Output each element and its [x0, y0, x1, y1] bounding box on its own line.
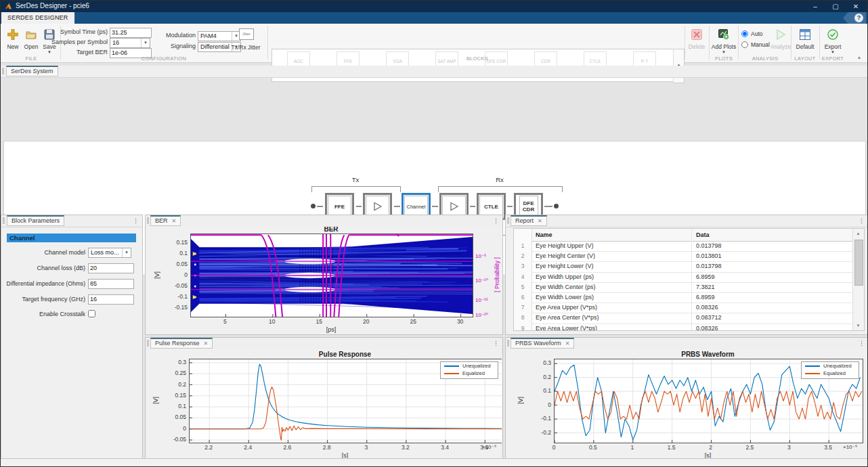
wire: [544, 206, 552, 207]
table-row[interactable]: 1Eye Height Upper (V)0.013798: [514, 241, 854, 252]
legend-entry: Unequalized: [802, 362, 859, 370]
enable-crosstalk-checkbox[interactable]: [88, 310, 95, 317]
configuration-section-label: CONFIGURATION: [62, 55, 266, 62]
close-tab-icon[interactable]: ✕: [204, 340, 209, 347]
x-tick-label: 3.2: [394, 444, 417, 451]
tab-serdes-system[interactable]: SerDes System: [6, 66, 58, 76]
default-layout-button[interactable]: Default: [793, 29, 817, 49]
differential-impedance-input[interactable]: [88, 279, 134, 289]
symbol-time-input[interactable]: [110, 28, 152, 38]
y-tick-label: 0.25: [163, 370, 186, 376]
tab-ber[interactable]: BER✕: [150, 215, 181, 226]
column-header-data[interactable]: Data: [692, 229, 854, 241]
legend-entry: Equalized: [441, 370, 498, 377]
manual-radio[interactable]: Manual: [741, 41, 774, 51]
tab-pulse-response[interactable]: Pulse Response✕: [150, 338, 213, 349]
row-name-cell: Eye Area Center (V*ps): [531, 313, 692, 323]
column-header-name[interactable]: Name: [531, 229, 692, 241]
open-button[interactable]: Open: [22, 29, 40, 49]
prbs-waveform-chart: PRBS Waveform00.511.522.533.50.30.20.10-…: [506, 349, 867, 458]
ber-chart: BER510152025300.150.10.050-0.05-0.1-0.15…: [146, 227, 502, 334]
row-number: 5: [514, 282, 532, 292]
table-row[interactable]: 8Eye Area Center (V*ps)0.083712: [514, 313, 854, 324]
table-row[interactable]: 5Eye Width Center (ps)7.3821: [514, 282, 854, 293]
add-plots-caret[interactable]: ▼: [711, 50, 737, 54]
export-caret[interactable]: ▼: [821, 50, 844, 54]
panel-grip[interactable]: [2, 68, 4, 74]
samples-per-symbol-dropdown[interactable]: 16▼: [110, 38, 150, 48]
y-tick-label: 0.1: [163, 403, 186, 409]
target-frequency-label: Target frequency (GHz): [1, 294, 85, 305]
help-button[interactable]: ?: [854, 14, 863, 22]
panel-grip[interactable]: [507, 217, 509, 224]
scroll-down-icon[interactable]: ▼: [853, 321, 863, 330]
y-tick-label: -0.2: [528, 429, 551, 436]
scrollbar-thumb[interactable]: [854, 240, 863, 286]
close-tab-icon[interactable]: ✕: [538, 218, 542, 224]
channel-model-dropdown[interactable]: Loss mo...▼: [88, 248, 131, 258]
panel-grip[interactable]: [507, 340, 509, 347]
ber-panel: BER✕ ⋮ BER510152025300.150.10.050-0.05-0…: [145, 215, 503, 335]
table-row[interactable]: 6Eye Width Lower (ps)6.8959: [514, 292, 854, 303]
row-number: 2: [514, 251, 532, 261]
wire: [470, 206, 475, 207]
table-row[interactable]: 4Eye Width Upper (ps)6.8959: [514, 272, 854, 283]
row-number: 4: [514, 272, 532, 282]
x-axis-label: [s]: [554, 452, 862, 458]
x-tick-label: 10: [261, 318, 284, 325]
export-button[interactable]: Export ▼: [821, 29, 844, 56]
collapse-ribbon-icon[interactable]: ▲: [855, 55, 863, 60]
wire: [356, 206, 362, 207]
ber-tabrow: BER✕ ⋮: [146, 215, 502, 227]
table-row[interactable]: 9Eye Area Lower (V*ps)0.08326: [514, 324, 854, 331]
table-row[interactable]: 7Eye Area Upper (V*ps)0.08326: [514, 303, 854, 313]
new-button[interactable]: New: [5, 29, 21, 49]
row-name-cell: Eye Width Upper (ps): [531, 272, 692, 282]
pulse-response-panel: Pulse Response✕ ⋮ Pulse Response2.22.42.…: [145, 337, 503, 460]
table-row[interactable]: 3Eye Height Lower (V)0.013798: [514, 261, 854, 272]
tab-block-parameters[interactable]: Block Parameters: [7, 215, 64, 226]
probability-axis-label: [ Probability ]: [494, 234, 501, 316]
channel-loss-input[interactable]: [88, 263, 134, 273]
tx-rx-jitter-button[interactable]: Jitter Tx/Rx Jitter: [228, 28, 263, 56]
y-tick-label: 0.2: [163, 381, 186, 388]
y-tick-label: -0.15: [165, 304, 188, 311]
panel-menu-kebab-icon[interactable]: ⋮: [859, 339, 864, 348]
panel-grip[interactable]: [147, 217, 149, 224]
y-tick-label: 0.05: [163, 414, 186, 420]
panel-menu-kebab-icon[interactable]: ⋮: [493, 339, 498, 348]
close-tab-icon[interactable]: ✕: [565, 340, 570, 347]
table-row[interactable]: 2Eye Height Center (V)0.013801: [514, 251, 854, 262]
close-button[interactable]: ✕: [846, 1, 866, 12]
ribbon-toolstrip: New Open Save ▼ FILE Symbol Time (ps) Sa…: [1, 24, 867, 63]
add-plots-button[interactable]: Add Plots ▼: [711, 29, 737, 56]
scroll-up-icon[interactable]: ▲: [853, 229, 863, 238]
maximize-button[interactable]: ▢: [825, 1, 846, 12]
panel-menu-kebab-icon[interactable]: ⋮: [493, 217, 498, 225]
x-axis-label: [ps]: [190, 326, 472, 333]
panel-menu-kebab-icon[interactable]: ⋮: [859, 217, 864, 225]
prbs-tabrow: PRBS Waveform✕ ⋮: [506, 338, 868, 350]
row-name-cell: Eye Width Center (ps): [531, 282, 692, 292]
wire: [317, 206, 323, 207]
ribbon-tabstrip: SERDES DESIGNER ?: [1, 12, 867, 24]
minimize-button[interactable]: –: [805, 1, 825, 12]
panel-menu-kebab-icon[interactable]: ⋮: [133, 217, 138, 225]
chart-title: Pulse Response: [189, 351, 501, 358]
rx-group-label: Rx: [438, 176, 561, 183]
panel-grip[interactable]: [147, 340, 149, 347]
x-tick-label: 2.8: [316, 444, 339, 451]
auto-radio[interactable]: Auto: [741, 30, 771, 40]
y-tick-label: 0.15: [163, 392, 186, 399]
y-tick-label: 0.1: [528, 387, 551, 394]
panel-grip[interactable]: [3, 217, 5, 224]
report-table-header: Name Data: [514, 229, 854, 242]
y-tick-label: 0.1: [165, 250, 188, 257]
tab-report[interactable]: Report✕: [511, 215, 547, 226]
tx-group-label: Tx: [311, 176, 399, 183]
close-tab-icon[interactable]: ✕: [172, 218, 177, 224]
report-scrollbar[interactable]: ▲ ▼: [852, 229, 864, 330]
tab-serdes-designer[interactable]: SERDES DESIGNER: [1, 12, 74, 24]
tab-prbs-waveform[interactable]: PRBS Waveform✕: [511, 338, 574, 349]
target-frequency-input[interactable]: [88, 294, 134, 305]
